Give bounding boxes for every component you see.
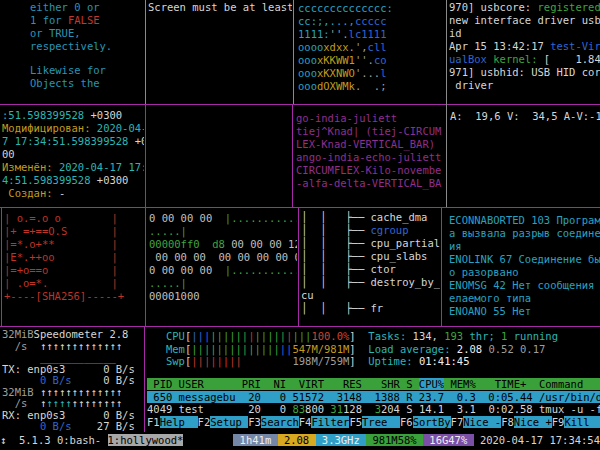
terminal-line: | .o=*. | — [4, 277, 144, 290]
terminal-line: ooodOXWMk. .; — [298, 80, 445, 93]
text-segment: ↑↑↑↑↑↑↑↑ — [72, 397, 123, 409]
htop-pane[interactable]: CPU[|||||||||||||||||||100.0%] Tasks: 13… — [147, 330, 600, 432]
fn-filter-button[interactable]: Filter — [311, 416, 349, 428]
terminal-line: │ │ ├── destroy_by_r — [301, 276, 440, 289]
fn-key-f8: F8 — [501, 416, 514, 428]
text-segment: елаемого типа — [449, 292, 531, 304]
terminal-line: │ │ ├── cgroup — [301, 224, 440, 237]
text-segment: xdxx — [323, 41, 348, 53]
terminal-line: Apr 15 13:42:17 test-Virt — [449, 40, 600, 53]
text-segment: 128 — [343, 403, 375, 415]
text-segment: respectively. — [30, 40, 112, 52]
screen-message-pane[interactable]: Screen must be at least — [148, 1, 292, 101]
text-segment: Likewise for — [30, 64, 106, 76]
fn-key-f7: F7 — [451, 416, 464, 428]
terminal-line: PID USER PRI NI VIRT RES SHR S CPU% MEM%… — [147, 378, 600, 391]
text-segment: |||||||| — [191, 355, 242, 367]
text-segment — [242, 355, 293, 367]
pane-border-horizontal — [0, 326, 600, 327]
ssh-randomart-pane[interactable]: | o.=.o o ||+ =+==O.S ||=*.o+** ||E*.++o… — [4, 212, 144, 325]
status-bar: ↕ 5.1.3 0:bash- 1:hollywood* 1h41m 2.08 … — [0, 432, 600, 448]
pane-border-vertical — [441, 207, 442, 326]
empty-pane[interactable] — [148, 106, 291, 206]
fn-nice-minus-button[interactable]: Nice - — [463, 416, 501, 428]
text-segment: +0300 — [91, 109, 123, 121]
text-segment: Swp — [166, 355, 185, 367]
text-segment: 0.52 0.17 — [488, 343, 545, 355]
text-segment: ] — [349, 355, 368, 367]
terminal-line: new interface driver usbh — [449, 14, 600, 27]
text-segment: TX: enp0s3 0 B/s — [2, 363, 135, 375]
phonetic-alphabet-pane[interactable]: go-india-julietttiej^Knad| (tiej-CIRCUMF… — [296, 112, 442, 206]
terminal-line: Создан: - — [2, 187, 144, 200]
text-segment: │ │ ├── fr — [301, 302, 383, 314]
text-segment: 1111: — [298, 28, 330, 40]
file-stat-pane[interactable]: :51.598399528 +0300Модифицирован: 2020-0… — [2, 109, 144, 206]
errno-list-pane[interactable]: ECONNABORTED 103 Программа вызвала разры… — [449, 214, 600, 325]
terminal-line: 00000ff0 d8 00 00 00 12 — [149, 238, 297, 251]
window-tab-hollywood[interactable]: 1:hollywood* — [108, 434, 184, 446]
fn-kill-button[interactable]: Kill — [564, 416, 600, 428]
fn-key-f6: F6 — [400, 416, 413, 428]
text-segment: either 0 or — [30, 1, 100, 13]
fn-key-f9: F9 — [552, 416, 565, 428]
text-segment: |||||||||||||| — [191, 343, 280, 355]
text-segment: l — [380, 67, 386, 79]
fn-search-button[interactable]: Search — [261, 416, 299, 428]
text-segment: .....| — [149, 225, 187, 237]
terminal-line: 0 00 00 00 |........... — [149, 264, 297, 277]
text-segment: 00 00 00 00 00 00 00 0 — [149, 251, 297, 263]
text-segment: 32MiB — [2, 386, 40, 398]
terminal-line: -alfa-delta-VERTICAL_BAR — [296, 177, 442, 190]
cpu-freq-badge: 3.3GHz — [316, 434, 367, 446]
terminal-line: cccccccccccccc: — [298, 2, 445, 15]
text-segment: driver — [449, 79, 493, 91]
fn-help-button[interactable]: Help — [160, 416, 198, 428]
network-speedometer-pane[interactable]: 32MiBSpeedometer 2.8 /s ↑↑↑↑↑↑↑↑↑↑↑↑↑ __… — [2, 329, 143, 431]
fn-sortby-button[interactable]: SortBy — [413, 416, 451, 428]
text-segment: ECONNABORTED 103 Программ — [449, 214, 600, 226]
terminal-line: 1h41m 2.08 3.3GHz 981M58% 16G47% 2020-04… — [233, 433, 600, 448]
terminal-line: │ │ ├── cache_dma — [301, 211, 440, 224]
text-segment: /s — [2, 340, 40, 352]
slab-tree-pane[interactable]: │ │ ├── cache_dma│ │ ├── cgroup│ │ ├── c… — [301, 211, 440, 325]
text-segment: xKKWW1 — [317, 54, 355, 66]
text-segment — [2, 374, 40, 386]
text-segment: LEX-Knad-VERTICAL_BAR) t — [296, 138, 442, 150]
syslog-pane[interactable]: 970] usbcore: registerednew interface dr… — [449, 1, 600, 103]
text-segment: CIRCUMFLEX-Kilo-november — [296, 164, 442, 176]
text-segment: . .; — [355, 80, 387, 92]
text-segment: '... — [355, 67, 380, 79]
terminal-line: │ │ ├── cpu_slabs — [301, 250, 440, 263]
text-segment: 198M/759M — [292, 355, 349, 367]
ascii-art-pane[interactable]: cccccccccccccc:cc:;,...,ccccc1111:''.lc1… — [298, 2, 445, 102]
text-segment: Uptime: — [368, 355, 419, 367]
process-row-selected[interactable]: 650 messagebu 20 0 51572 3148 1388 R 23.… — [147, 391, 600, 403]
text-segment: 100.0% — [311, 330, 349, 342]
terminal-line: CIRCUMFLEX-Kilo-november — [296, 164, 442, 177]
text-segment: |........... — [225, 212, 297, 224]
fn-nice-plus-button[interactable]: Nice + — [514, 416, 552, 428]
pane-border-vertical — [298, 207, 299, 326]
text-segment: or TRUE, — [30, 27, 81, 39]
fn-setup-button[interactable]: Setup — [210, 416, 248, 428]
terminal-line — [147, 368, 600, 379]
text-segment: /s — [2, 397, 40, 409]
terminal-line: а вызвала разрыв соединен — [449, 227, 600, 240]
text-segment: ↑↑↑↑↑↑↑↑↑↑↑↑↑ — [40, 340, 122, 352]
text-segment: ooo — [298, 80, 317, 92]
text-segment: 134, — [413, 330, 445, 342]
pane-border-vertical — [446, 0, 447, 207]
voltage-readout-pane[interactable]: A: 19,6 V: 34,5 A-V:-1 — [450, 110, 600, 205]
window-tab-bash[interactable]: 0:bash- — [57, 434, 108, 446]
text-segment: ango-india-echo-juliett- — [296, 151, 442, 163]
fn-tree-button[interactable]: Tree — [362, 416, 400, 428]
disk-badge: 16G47% — [423, 434, 474, 446]
hexdump-pane[interactable]: 0 00 00 00 |................|00000ff0 d8… — [149, 212, 297, 325]
text-segment: |........... — [225, 264, 297, 276]
terminal-line: ualBox kernel: [ 1.843 — [449, 53, 600, 66]
text-segment: 2020-04-1 — [97, 122, 144, 134]
terminal-line: 00 — [2, 148, 144, 161]
terminal-line: ия — [449, 240, 600, 253]
text-segment: cll — [368, 41, 387, 53]
